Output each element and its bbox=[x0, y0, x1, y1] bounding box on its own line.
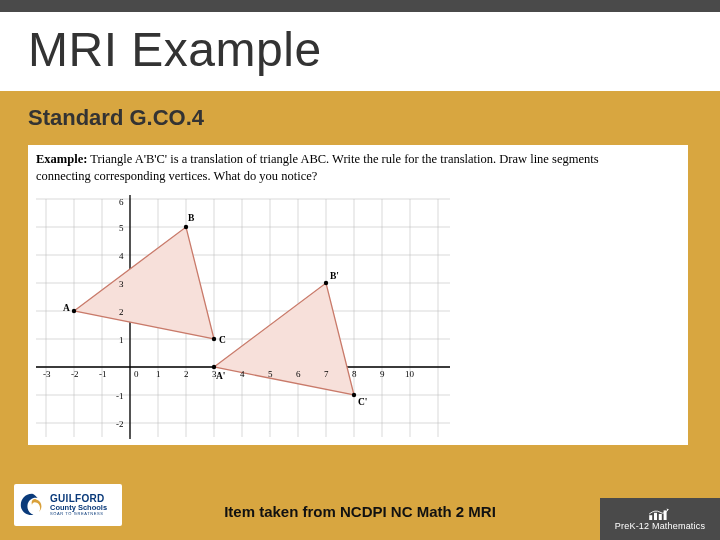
svg-point-28 bbox=[212, 337, 216, 341]
district-logo: GUILFORD County Schools SOAR TO GREATNES… bbox=[14, 484, 122, 526]
example-prefix: Example: bbox=[36, 152, 87, 166]
example-prompt: Example: Triangle A'B'C' is a translatio… bbox=[28, 145, 688, 191]
svg-text:2: 2 bbox=[119, 307, 124, 317]
example-block: Example: Triangle A'B'C' is a translatio… bbox=[28, 145, 688, 445]
svg-rect-60 bbox=[649, 515, 652, 520]
content-area: Standard G.CO.4 Example: Triangle A'B'C'… bbox=[0, 91, 720, 445]
svg-text:1: 1 bbox=[119, 335, 124, 345]
svg-rect-61 bbox=[654, 513, 657, 520]
graph-container: A B C A' B' C' -3-2-1 0 123 456 789 10 1… bbox=[28, 191, 458, 445]
svg-text:C': C' bbox=[358, 397, 368, 407]
svg-text:2: 2 bbox=[184, 369, 189, 379]
svg-text:9: 9 bbox=[380, 369, 385, 379]
logo-tagline: SOAR TO GREATNESS bbox=[50, 512, 107, 516]
svg-text:1: 1 bbox=[156, 369, 161, 379]
svg-text:3: 3 bbox=[212, 369, 217, 379]
department-label: PreK-12 Mathematics bbox=[615, 521, 705, 531]
bar-chart-icon bbox=[648, 507, 672, 521]
top-accent-bar bbox=[0, 0, 720, 12]
slide-title: MRI Example bbox=[28, 22, 692, 77]
footer: GUILFORD County Schools SOAR TO GREATNES… bbox=[0, 476, 720, 540]
svg-text:-1: -1 bbox=[116, 391, 124, 401]
item-source-caption: Item taken from NCDPI NC Math 2 MRI bbox=[224, 503, 496, 520]
svg-text:-1: -1 bbox=[99, 369, 107, 379]
example-line-2: connecting corresponding vertices. What … bbox=[36, 169, 317, 183]
svg-rect-62 bbox=[659, 514, 662, 520]
svg-point-31 bbox=[352, 393, 356, 397]
svg-text:0: 0 bbox=[134, 369, 139, 379]
svg-text:B: B bbox=[188, 213, 195, 223]
svg-text:8: 8 bbox=[352, 369, 357, 379]
svg-text:C: C bbox=[219, 335, 226, 345]
svg-text:7: 7 bbox=[324, 369, 329, 379]
svg-point-27 bbox=[184, 225, 188, 229]
title-area: MRI Example bbox=[0, 12, 720, 91]
department-badge: PreK-12 Mathematics bbox=[600, 498, 720, 540]
svg-text:5: 5 bbox=[119, 223, 124, 233]
svg-text:4: 4 bbox=[240, 369, 245, 379]
svg-text:-2: -2 bbox=[116, 419, 124, 429]
svg-text:A: A bbox=[63, 303, 70, 313]
svg-point-30 bbox=[324, 281, 328, 285]
svg-text:4: 4 bbox=[119, 251, 124, 261]
svg-text:5: 5 bbox=[268, 369, 273, 379]
svg-text:-2: -2 bbox=[71, 369, 79, 379]
logo-line-2: County Schools bbox=[50, 504, 107, 512]
svg-text:A': A' bbox=[216, 371, 226, 381]
coordinate-graph: A B C A' B' C' -3-2-1 0 123 456 789 10 1… bbox=[30, 193, 456, 443]
svg-point-26 bbox=[72, 309, 76, 313]
svg-text:B': B' bbox=[330, 271, 339, 281]
example-line-1: Triangle A'B'C' is a translation of tria… bbox=[90, 152, 598, 166]
svg-text:3: 3 bbox=[119, 279, 124, 289]
svg-text:10: 10 bbox=[405, 369, 415, 379]
svg-text:6: 6 bbox=[119, 197, 124, 207]
standard-subtitle: Standard G.CO.4 bbox=[28, 105, 692, 131]
svg-text:-3: -3 bbox=[43, 369, 51, 379]
logo-swirl-icon bbox=[18, 491, 46, 519]
svg-text:6: 6 bbox=[296, 369, 301, 379]
